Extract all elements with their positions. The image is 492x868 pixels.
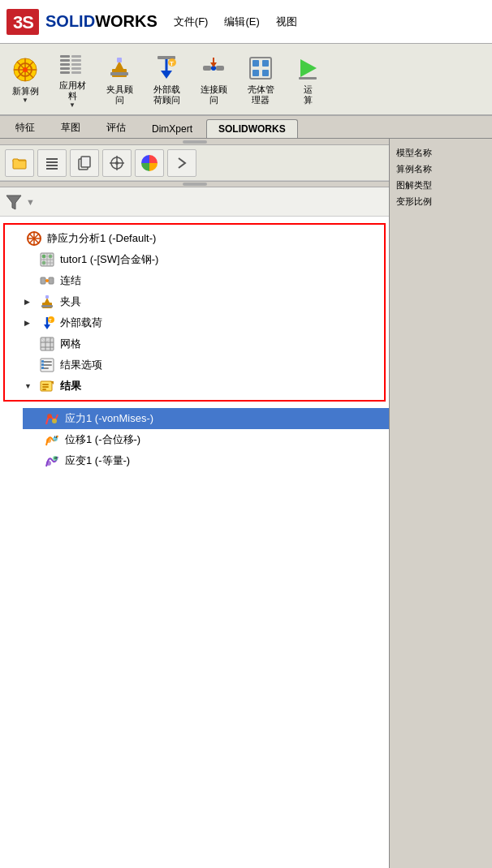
logo-works: WORKS	[95, 12, 158, 30]
panel-crosshair-button[interactable]	[102, 149, 132, 177]
tree-item-mesh[interactable]: 网格	[18, 333, 384, 355]
tab-sketch[interactable]: 草图	[49, 117, 93, 138]
svg-rect-13	[71, 55, 81, 58]
svg-rect-19	[110, 72, 128, 75]
external-loads-arrow: ▶	[24, 319, 34, 327]
tutor1-icon	[39, 251, 55, 268]
svg-rect-37	[262, 70, 269, 76]
tab-dimxpert[interactable]: DimXpert	[140, 119, 205, 138]
tree-item-connections[interactable]: 连结	[18, 270, 384, 291]
connection-icon	[199, 54, 228, 83]
svg-point-104	[46, 461, 51, 466]
drag-handle-top[interactable]	[0, 139, 389, 145]
list-icon	[44, 155, 60, 171]
svg-point-7	[23, 67, 28, 72]
fixtures-arrow: ▶	[24, 298, 34, 306]
panel-folder-button[interactable]	[5, 149, 34, 177]
run-label: 运算	[304, 84, 313, 105]
svg-rect-8	[60, 55, 70, 58]
shell-manager-button[interactable]: 壳体管理器	[240, 51, 281, 108]
tab-features[interactable]: 特征	[3, 117, 47, 138]
tree-item-tutor1[interactable]: tutor1 (-[SW]合金钢-)	[18, 249, 384, 270]
tree-item-stress1[interactable]: 应力1 (-vonMises-)	[23, 408, 389, 429]
tree-item-strain1[interactable]: e 应变1 (-等量-)	[23, 450, 389, 471]
connection-button[interactable]: 连接顾问	[193, 51, 234, 108]
fixture-button[interactable]: 夹具顾问	[99, 51, 140, 108]
svg-rect-64	[42, 255, 45, 258]
tree-item-external-loads[interactable]: ▶ T 外部载荷	[18, 312, 384, 333]
tab-solidworks[interactable]: SOLIDWORKS	[206, 119, 298, 138]
svg-marker-32	[210, 62, 217, 67]
svg-rect-92	[41, 367, 44, 369]
svg-rect-66	[42, 261, 45, 264]
svg-text:T: T	[49, 318, 52, 323]
panel-list-button[interactable]	[37, 149, 67, 177]
tree-item-displacement1[interactable]: u 位移1 (-合位移-)	[23, 429, 389, 450]
info-deform-ratio: 变形比例	[396, 194, 486, 210]
svg-marker-23	[161, 71, 172, 79]
new-calc-button[interactable]: 新算例 ▼	[5, 53, 45, 106]
menu-edit[interactable]: 编辑(E)	[224, 15, 259, 29]
svg-rect-21	[117, 58, 122, 62]
svg-rect-27	[203, 66, 211, 71]
results-arrow: ▼	[24, 382, 34, 390]
svg-rect-16	[71, 67, 81, 70]
panel-copy-button[interactable]	[70, 149, 99, 177]
stress1-label: 应力1 (-vonMises-)	[65, 411, 153, 426]
svg-rect-65	[49, 255, 52, 258]
svg-marker-51	[6, 196, 21, 209]
filter-icon	[5, 193, 23, 211]
title-bar: 3S SOLIDWORKS 文件(F) 编辑(E) 视图	[0, 0, 492, 44]
funnel-icon	[5, 193, 23, 211]
svg-rect-41	[46, 158, 58, 160]
tree-root[interactable]: 静应力分析1 (-Default-)	[5, 228, 384, 249]
svg-rect-39	[299, 77, 317, 79]
svg-marker-76	[44, 324, 50, 329]
left-panel: ▼ 静应力分析	[0, 139, 390, 868]
menu-view[interactable]: 视图	[276, 15, 297, 29]
tree-item-result-options[interactable]: 结果选项	[18, 355, 384, 376]
shell-manager-label: 壳体管理器	[248, 84, 274, 105]
run-button[interactable]: 运算	[287, 51, 328, 108]
new-calc-icon	[11, 55, 40, 84]
tab-evaluate[interactable]: 评估	[94, 117, 138, 138]
ribbon-tabs: 特征 草图 评估 DimXpert SOLIDWORKS	[0, 116, 492, 139]
apply-material-button[interactable]: 应用材料 ▼	[52, 47, 93, 111]
connection-label: 连接顾问	[201, 84, 227, 105]
drag-handle-dot	[183, 140, 207, 144]
panel-color-button[interactable]	[135, 149, 164, 177]
apply-material-label: 应用材料	[59, 80, 86, 101]
color-wheel-icon	[141, 155, 158, 171]
crosshair-icon	[109, 155, 125, 171]
svg-rect-43	[46, 165, 58, 166]
filter-dropdown[interactable]: ▼	[26, 197, 35, 207]
info-model-name: 模型名称	[396, 145, 486, 161]
tree-item-fixtures[interactable]: ▶ 夹具	[18, 291, 384, 312]
tree-item-results[interactable]: ▼ 结果	[18, 376, 384, 397]
chevron-right-icon	[174, 155, 190, 171]
result-options-icon	[39, 357, 55, 373]
shell-manager-icon	[246, 54, 275, 83]
main-toolbar: 新算例 ▼ 应用材料 ▼	[0, 44, 492, 116]
run-icon	[293, 54, 322, 83]
apply-material-icon	[58, 49, 87, 79]
tutor1-label: tutor1 (-[SW]合金钢-)	[60, 252, 158, 267]
drag-handle-middle[interactable]	[0, 181, 389, 187]
svg-point-50	[115, 161, 119, 165]
fixtures-icon	[39, 294, 55, 310]
svg-marker-38	[300, 59, 317, 77]
external-load-button[interactable]: T 外部载荷顾问	[146, 51, 187, 108]
displacement1-label: 位移1 (-合位移-)	[65, 432, 140, 447]
copy-icon	[76, 155, 93, 171]
new-calc-arrow: ▼	[22, 97, 28, 104]
drag-handle-dot2	[183, 183, 207, 186]
svg-rect-36	[252, 70, 259, 76]
tree-root-label: 静应力分析1 (-Default-)	[47, 231, 156, 246]
panel-more-button[interactable]	[167, 149, 196, 177]
connections-icon	[39, 273, 55, 289]
svg-rect-67	[41, 277, 45, 284]
menu-file[interactable]: 文件(F)	[174, 15, 209, 29]
svg-rect-34	[252, 60, 259, 67]
svg-rect-35	[262, 60, 269, 67]
svg-rect-14	[71, 59, 81, 62]
